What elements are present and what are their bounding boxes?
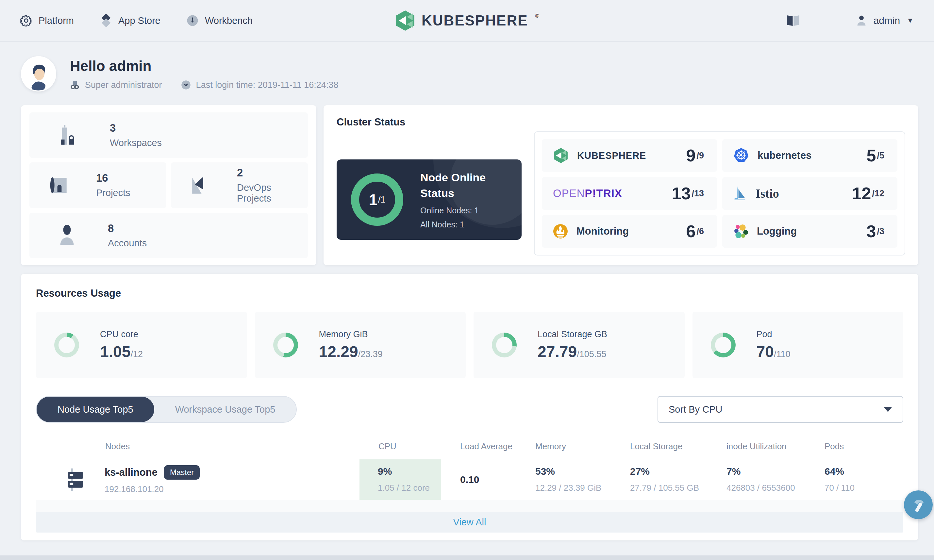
page-bottom-strip (0, 555, 934, 560)
role-label: Super administrator (85, 80, 162, 90)
monitoring-prometheus-icon (553, 224, 568, 239)
istio-icon (733, 186, 747, 201)
tab-node-usage-top5[interactable]: Node Usage Top5 (37, 397, 154, 422)
docs-book-icon[interactable] (786, 14, 800, 27)
stat-tile-accounts[interactable]: 8 Accounts (29, 213, 308, 258)
stat-tile-workspaces[interactable]: 3 Workspaces (29, 112, 308, 158)
gear-icon (20, 15, 32, 26)
greeting: Hello admin (70, 58, 338, 74)
sort-by-select[interactable]: Sort By CPU (657, 396, 903, 423)
col-pods: Pods (806, 442, 903, 452)
component-logging: Logging 3 /3 (722, 215, 897, 248)
gauge-value: 12.29 (319, 343, 358, 360)
nav-item-workbench[interactable]: Workbench (186, 15, 252, 26)
local-storage-cell: 27% 27.79 / 105.55 GB (611, 459, 708, 500)
select-caret-icon (884, 407, 892, 412)
openpitrix-logo: OPENP!TRIX (553, 187, 622, 200)
col-nodes: Nodes (36, 442, 360, 452)
gauge-label: Memory GiB (319, 329, 383, 340)
component-name: KUBESPHERE (577, 150, 646, 161)
nav-item-label: App Store (118, 15, 160, 26)
load-average-cell: 0.10 (441, 459, 516, 500)
avatar (21, 56, 56, 91)
memory-detail: 12.29 / 23.39 GiB (535, 483, 611, 493)
gauge-label: CPU core (100, 329, 143, 340)
component-name: Logging (757, 225, 797, 237)
load-average-value: 0.10 (460, 474, 479, 485)
component-openpitrix: OPENP!TRIX 13 /13 (542, 177, 717, 210)
component-value: 3 (867, 222, 876, 241)
component-monitoring: Monitoring 6 /6 (542, 215, 717, 248)
cluster-status-title: Cluster Status (337, 116, 905, 128)
component-denom: /9 (696, 151, 704, 161)
nav-item-app-store[interactable]: App Store (100, 14, 160, 27)
component-value: 13 (672, 184, 691, 203)
stat-tile-devops[interactable]: 2 DevOps Projects (171, 162, 308, 208)
table-row-stripe (36, 500, 903, 512)
usage-tab-group: Node Usage Top5 Workspace Usage Top5 (36, 396, 297, 423)
role-icon (70, 80, 80, 90)
kubesphere-hexagon-icon (395, 10, 416, 31)
logging-elastic-icon (733, 224, 748, 239)
gauge-tile-cpu: CPU core 1.05/12 (36, 312, 247, 378)
table-header: Nodes CPU Load Average Memory Local Stor… (36, 433, 903, 459)
accounts-count: 8 (108, 222, 147, 235)
cpu-percent: 9% (378, 466, 441, 477)
kubesphere-logo[interactable]: KUBESPHERE ® (395, 10, 539, 31)
gauge-value: 70 (757, 343, 774, 360)
stats-card: 3 Workspaces 16 Projects 2 De (21, 105, 316, 265)
component-denom: /5 (877, 151, 884, 161)
hero-text: Hello admin Super administrator Last log… (70, 58, 338, 90)
component-value: 6 (686, 222, 696, 241)
col-load-average: Load Average (441, 442, 516, 452)
nav-item-platform[interactable]: Platform (20, 15, 74, 26)
gauge-tile-pod: Pod 70/110 (692, 312, 903, 378)
col-local-storage: Local Storage (611, 442, 708, 452)
top-nav: Platform App Store Workbench KUBESPHERE … (0, 0, 934, 42)
resources-usage-card: Resources Usage CPU core 1.05/12 Memory … (21, 274, 918, 540)
stat-tile-projects[interactable]: 16 Projects (29, 162, 166, 208)
user-menu[interactable]: admin ▼ (856, 15, 914, 26)
component-name: kubernetes (757, 150, 811, 162)
gauge-label: Pod (757, 329, 791, 340)
component-istio: Istio 12 /12 (722, 177, 897, 210)
inode-cell: 7% 426803 / 6553600 (708, 459, 806, 500)
storage-gauge-donut (492, 332, 517, 357)
master-badge: Master (164, 465, 200, 480)
component-value: 5 (867, 146, 876, 165)
gauge-denom: /23.39 (358, 349, 383, 359)
gauge-value: 1.05 (100, 343, 131, 360)
devops-count: 2 (237, 167, 308, 179)
kubernetes-icon (733, 148, 749, 163)
resources-usage-title: Resources Usage (36, 288, 903, 299)
node-online-count: 1 (369, 191, 377, 209)
online-nodes-line: Online Nodes: 1 (420, 206, 502, 215)
workspaces-label: Workspaces (110, 138, 162, 148)
table-row[interactable]: ks-allinone Master 192.168.101.20 9% 1.0… (36, 459, 903, 500)
component-denom: /3 (877, 226, 884, 237)
workspaces-icon (57, 124, 78, 146)
component-value: 9 (686, 146, 696, 165)
pods-cell: 64% 70 / 110 (806, 459, 903, 500)
cpu-cell: 9% 1.05 / 12 core (360, 459, 441, 500)
node-usage-table: Nodes CPU Load Average Memory Local Stor… (36, 433, 903, 532)
nav-item-label: Platform (38, 15, 74, 26)
gauge-denom: /110 (774, 349, 791, 359)
workspaces-count: 3 (110, 122, 162, 134)
storage-percent: 27% (630, 466, 708, 477)
node-online-ring: 1 /1 (351, 174, 403, 226)
hammer-icon (910, 497, 926, 513)
tab-workspace-usage-top5[interactable]: Workspace Usage Top5 (154, 397, 296, 422)
node-ip: 192.168.101.20 (105, 484, 200, 494)
app-store-icon (100, 14, 112, 27)
pods-percent: 64% (825, 466, 903, 477)
gauge-denom: /105.55 (577, 349, 606, 359)
nav-item-label: Workbench (205, 15, 252, 26)
sort-by-value: Sort By CPU (669, 404, 722, 415)
component-denom: /6 (696, 226, 704, 237)
toolbox-fab-button[interactable] (904, 491, 933, 519)
gauge-denom: /12 (131, 349, 143, 359)
gauge-tile-storage: Local Storage GB 27.79/105.55 (474, 312, 685, 378)
view-all-button[interactable]: View All (36, 512, 903, 532)
accounts-label: Accounts (108, 238, 147, 249)
